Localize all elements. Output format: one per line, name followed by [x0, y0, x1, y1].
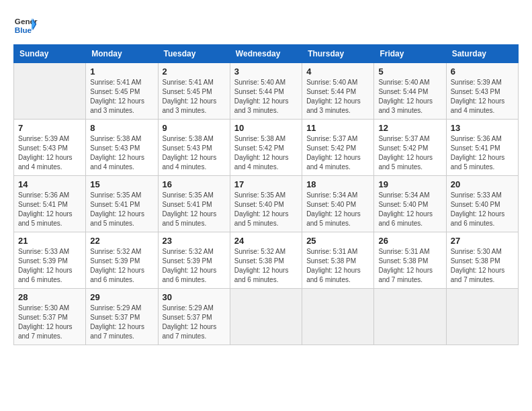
- day-number: 9: [163, 123, 226, 133]
- day-info: Sunrise: 5:30 AM Sunset: 5:38 PM Dayligh…: [451, 247, 514, 285]
- calendar-cell: 2Sunrise: 5:41 AM Sunset: 5:45 PM Daylig…: [158, 63, 230, 120]
- day-number: 25: [306, 236, 369, 246]
- day-info: Sunrise: 5:36 AM Sunset: 5:41 PM Dayligh…: [18, 191, 81, 228]
- calendar-cell: 1Sunrise: 5:41 AM Sunset: 5:45 PM Daylig…: [86, 63, 158, 120]
- calendar-week-row: 21Sunrise: 5:33 AM Sunset: 5:39 PM Dayli…: [14, 232, 519, 289]
- day-of-week-header: Saturday: [446, 45, 518, 63]
- day-info: Sunrise: 5:37 AM Sunset: 5:42 PM Dayligh…: [306, 134, 369, 172]
- day-info: Sunrise: 5:29 AM Sunset: 5:37 PM Dayligh…: [163, 304, 226, 341]
- day-number: 30: [163, 292, 226, 302]
- day-number: 19: [378, 179, 441, 189]
- day-info: Sunrise: 5:35 AM Sunset: 5:41 PM Dayligh…: [163, 191, 226, 228]
- day-number: 23: [163, 236, 226, 246]
- day-number: 13: [451, 123, 514, 133]
- logo: General Blue: [13, 13, 38, 38]
- calendar-cell: 15Sunrise: 5:35 AM Sunset: 5:41 PM Dayli…: [86, 176, 158, 232]
- calendar-cell: 5Sunrise: 5:40 AM Sunset: 5:44 PM Daylig…: [374, 63, 446, 120]
- day-number: 17: [234, 179, 298, 189]
- calendar-cell: 28Sunrise: 5:30 AM Sunset: 5:37 PM Dayli…: [14, 289, 86, 345]
- calendar-cell: 3Sunrise: 5:40 AM Sunset: 5:44 PM Daylig…: [230, 63, 302, 120]
- day-of-week-header: Thursday: [302, 45, 374, 63]
- calendar-cell: [14, 63, 86, 120]
- day-number: 22: [90, 236, 153, 246]
- day-number: 5: [378, 66, 441, 77]
- day-info: Sunrise: 5:41 AM Sunset: 5:45 PM Dayligh…: [163, 78, 226, 116]
- calendar-week-row: 1Sunrise: 5:41 AM Sunset: 5:45 PM Daylig…: [14, 63, 519, 120]
- calendar-cell: 26Sunrise: 5:31 AM Sunset: 5:38 PM Dayli…: [374, 232, 446, 289]
- calendar-cell: 23Sunrise: 5:32 AM Sunset: 5:39 PM Dayli…: [158, 232, 230, 289]
- calendar-cell: 8Sunrise: 5:38 AM Sunset: 5:43 PM Daylig…: [86, 120, 158, 176]
- calendar-cell: 10Sunrise: 5:38 AM Sunset: 5:42 PM Dayli…: [230, 120, 302, 176]
- calendar-cell: 16Sunrise: 5:35 AM Sunset: 5:41 PM Dayli…: [158, 176, 230, 232]
- calendar-cell: [446, 289, 518, 345]
- day-of-week-header: Monday: [86, 45, 158, 63]
- day-info: Sunrise: 5:34 AM Sunset: 5:40 PM Dayligh…: [378, 191, 441, 228]
- day-info: Sunrise: 5:32 AM Sunset: 5:38 PM Dayligh…: [234, 247, 298, 285]
- day-info: Sunrise: 5:31 AM Sunset: 5:38 PM Dayligh…: [306, 247, 369, 285]
- calendar-cell: 6Sunrise: 5:39 AM Sunset: 5:43 PM Daylig…: [446, 63, 518, 120]
- day-info: Sunrise: 5:38 AM Sunset: 5:42 PM Dayligh…: [234, 134, 298, 172]
- calendar-cell: [302, 289, 374, 345]
- calendar-cell: 21Sunrise: 5:33 AM Sunset: 5:39 PM Dayli…: [14, 232, 86, 289]
- day-number: 8: [90, 123, 153, 133]
- calendar-cell: [230, 289, 302, 345]
- day-info: Sunrise: 5:39 AM Sunset: 5:43 PM Dayligh…: [18, 134, 81, 172]
- calendar-week-row: 7Sunrise: 5:39 AM Sunset: 5:43 PM Daylig…: [14, 120, 519, 176]
- day-number: 21: [18, 236, 81, 246]
- day-number: 27: [451, 236, 514, 246]
- day-number: 29: [90, 292, 153, 302]
- day-info: Sunrise: 5:36 AM Sunset: 5:41 PM Dayligh…: [451, 134, 514, 172]
- day-info: Sunrise: 5:35 AM Sunset: 5:40 PM Dayligh…: [234, 191, 298, 228]
- day-info: Sunrise: 5:29 AM Sunset: 5:37 PM Dayligh…: [90, 304, 153, 341]
- calendar-cell: 22Sunrise: 5:32 AM Sunset: 5:39 PM Dayli…: [86, 232, 158, 289]
- calendar-cell: 27Sunrise: 5:30 AM Sunset: 5:38 PM Dayli…: [446, 232, 518, 289]
- calendar-cell: 7Sunrise: 5:39 AM Sunset: 5:43 PM Daylig…: [14, 120, 86, 176]
- day-info: Sunrise: 5:40 AM Sunset: 5:44 PM Dayligh…: [234, 78, 298, 116]
- day-number: 18: [306, 179, 369, 189]
- calendar-cell: 12Sunrise: 5:37 AM Sunset: 5:42 PM Dayli…: [374, 120, 446, 176]
- day-info: Sunrise: 5:33 AM Sunset: 5:40 PM Dayligh…: [451, 191, 514, 228]
- page-header: General Blue: [13, 13, 519, 38]
- day-info: Sunrise: 5:32 AM Sunset: 5:39 PM Dayligh…: [163, 247, 226, 285]
- calendar-header-row: SundayMondayTuesdayWednesdayThursdayFrid…: [14, 45, 519, 63]
- day-number: 2: [163, 66, 226, 77]
- svg-text:Blue: Blue: [15, 26, 32, 34]
- calendar-cell: 17Sunrise: 5:35 AM Sunset: 5:40 PM Dayli…: [230, 176, 302, 232]
- calendar-week-row: 14Sunrise: 5:36 AM Sunset: 5:41 PM Dayli…: [14, 176, 519, 232]
- day-info: Sunrise: 5:37 AM Sunset: 5:42 PM Dayligh…: [378, 134, 441, 172]
- day-info: Sunrise: 5:39 AM Sunset: 5:43 PM Dayligh…: [451, 78, 514, 116]
- logo-icon: General Blue: [13, 13, 38, 38]
- day-info: Sunrise: 5:32 AM Sunset: 5:39 PM Dayligh…: [90, 247, 153, 285]
- calendar-cell: 14Sunrise: 5:36 AM Sunset: 5:41 PM Dayli…: [14, 176, 86, 232]
- calendar-cell: 29Sunrise: 5:29 AM Sunset: 5:37 PM Dayli…: [86, 289, 158, 345]
- day-of-week-header: Wednesday: [230, 45, 302, 63]
- calendar-cell: 18Sunrise: 5:34 AM Sunset: 5:40 PM Dayli…: [302, 176, 374, 232]
- day-number: 28: [18, 292, 81, 302]
- day-number: 3: [234, 66, 298, 77]
- day-number: 4: [306, 66, 369, 77]
- day-number: 24: [234, 236, 298, 246]
- day-number: 20: [451, 179, 514, 189]
- day-info: Sunrise: 5:34 AM Sunset: 5:40 PM Dayligh…: [306, 191, 369, 228]
- day-number: 11: [306, 123, 369, 133]
- calendar-cell: 9Sunrise: 5:38 AM Sunset: 5:43 PM Daylig…: [158, 120, 230, 176]
- calendar-cell: 20Sunrise: 5:33 AM Sunset: 5:40 PM Dayli…: [446, 176, 518, 232]
- day-number: 26: [378, 236, 441, 246]
- day-info: Sunrise: 5:41 AM Sunset: 5:45 PM Dayligh…: [90, 78, 153, 116]
- day-info: Sunrise: 5:40 AM Sunset: 5:44 PM Dayligh…: [306, 78, 369, 116]
- day-info: Sunrise: 5:33 AM Sunset: 5:39 PM Dayligh…: [18, 247, 81, 285]
- calendar-cell: 11Sunrise: 5:37 AM Sunset: 5:42 PM Dayli…: [302, 120, 374, 176]
- day-info: Sunrise: 5:40 AM Sunset: 5:44 PM Dayligh…: [378, 78, 441, 116]
- day-number: 16: [163, 179, 226, 189]
- day-of-week-header: Tuesday: [158, 45, 230, 63]
- day-info: Sunrise: 5:30 AM Sunset: 5:37 PM Dayligh…: [18, 304, 81, 341]
- calendar-table: SundayMondayTuesdayWednesdayThursdayFrid…: [13, 44, 519, 345]
- day-number: 15: [90, 179, 153, 189]
- day-number: 1: [90, 66, 153, 77]
- day-number: 14: [18, 179, 81, 189]
- calendar-cell: 13Sunrise: 5:36 AM Sunset: 5:41 PM Dayli…: [446, 120, 518, 176]
- calendar-week-row: 28Sunrise: 5:30 AM Sunset: 5:37 PM Dayli…: [14, 289, 519, 345]
- calendar-cell: [374, 289, 446, 345]
- calendar-cell: 24Sunrise: 5:32 AM Sunset: 5:38 PM Dayli…: [230, 232, 302, 289]
- day-of-week-header: Sunday: [14, 45, 86, 63]
